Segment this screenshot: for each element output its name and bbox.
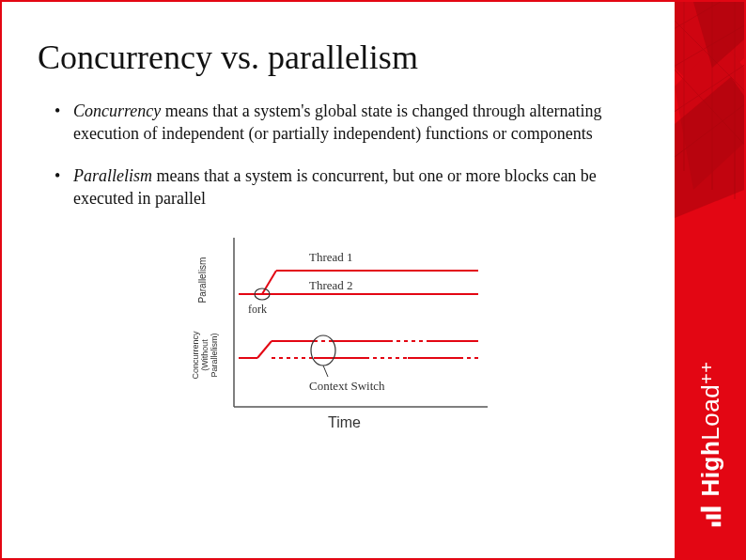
svg-rect-36 xyxy=(706,515,721,520)
y-label-parallelism: Parallelism xyxy=(197,257,208,303)
annotation-thread1: Thread 1 xyxy=(309,250,353,264)
brand-suffix: ++ xyxy=(696,362,717,384)
slide-content: Concurrency vs. parallelism Concurrency … xyxy=(2,2,675,558)
sidebar-decor-icon xyxy=(675,2,744,284)
term: Parallelism xyxy=(73,166,152,185)
brand-bold: High xyxy=(696,441,724,497)
brand: HighLoad++ xyxy=(675,276,744,558)
sidebar: HighLoad++ xyxy=(675,2,744,558)
y-label-concurrency-line2: (Without xyxy=(200,339,210,371)
brand-light: Load xyxy=(696,384,724,441)
svg-line-3 xyxy=(262,271,276,294)
bullet-text: means that a system is concurrent, but o… xyxy=(73,166,597,208)
annotation-context-switch: Context Switch xyxy=(309,379,385,393)
slide: Concurrency vs. parallelism Concurrency … xyxy=(0,0,746,560)
annotation-fork: fork xyxy=(248,303,267,316)
svg-point-20 xyxy=(311,335,335,366)
bullet-list: Concurrency means that a system's global… xyxy=(38,100,646,210)
bullet-item: Parallelism means that a system is concu… xyxy=(58,164,646,210)
svg-rect-37 xyxy=(700,507,721,512)
diagram: Parallelism Concurrency (Without Paralle… xyxy=(178,228,506,439)
term: Concurrency xyxy=(73,101,161,120)
bullet-item: Concurrency means that a system's global… xyxy=(58,100,646,146)
logo-bars-icon xyxy=(700,505,721,527)
annotation-thread2: Thread 2 xyxy=(309,278,353,292)
slide-title: Concurrency vs. parallelism xyxy=(38,38,646,77)
y-label-concurrency-line1: Concurrency xyxy=(191,331,200,380)
diagram-svg: Parallelism Concurrency (Without Paralle… xyxy=(178,228,506,435)
x-label-time: Time xyxy=(328,414,361,430)
svg-rect-35 xyxy=(711,522,721,527)
y-label-concurrency-line3: Parallelism) xyxy=(210,334,219,378)
svg-line-21 xyxy=(323,366,328,377)
svg-line-9 xyxy=(257,341,272,358)
